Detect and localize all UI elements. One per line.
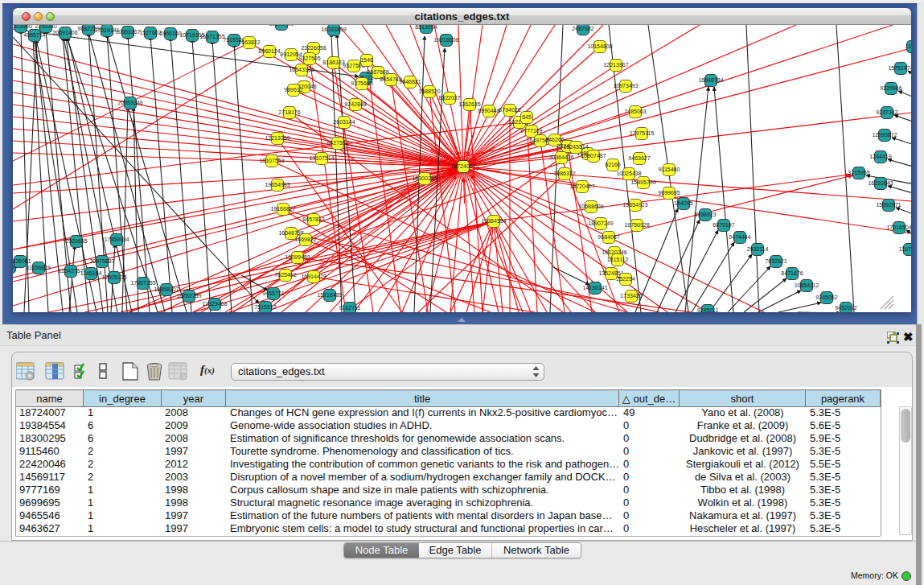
svg-text:9245052: 9245052 (815, 295, 837, 300)
svg-text:1803960: 1803960 (13, 25, 32, 29)
svg-text:16099489: 16099489 (285, 254, 310, 260)
svg-text:8427552: 8427552 (326, 140, 348, 146)
svg-text:9474444: 9474444 (729, 234, 750, 240)
svg-text:10653267: 10653267 (115, 29, 140, 35)
svg-text:2020655: 2020655 (65, 238, 87, 244)
svg-text:7515512: 7515512 (254, 304, 276, 310)
svg-text:6879197: 6879197 (713, 222, 734, 228)
svg-text:1588520: 1588520 (418, 89, 440, 94)
svg-text:18724007: 18724007 (450, 163, 475, 169)
svg-text:18907249: 18907249 (588, 220, 613, 226)
svg-text:16210643: 16210643 (868, 180, 893, 186)
svg-text:1815112: 1815112 (607, 257, 629, 262)
svg-text:9646821: 9646821 (399, 79, 421, 84)
svg-text:16671355: 16671355 (199, 34, 224, 39)
svg-text:19166827: 19166827 (270, 206, 295, 212)
svg-text:2718176: 2718176 (278, 109, 300, 115)
svg-text:19654923: 19654923 (622, 202, 647, 208)
svg-text:9115460: 9115460 (659, 167, 680, 172)
svg-text:12213967: 12213967 (603, 62, 628, 68)
svg-text:16543382: 16543382 (289, 67, 314, 72)
svg-text:10688609: 10688609 (578, 204, 603, 209)
svg-text:19218506: 19218506 (433, 37, 458, 43)
svg-text:19756928: 19756928 (624, 222, 649, 228)
svg-text:1527602: 1527602 (139, 30, 161, 35)
svg-text:17957255: 17957255 (130, 280, 155, 286)
svg-text:16782759: 16782759 (176, 293, 201, 299)
svg-text:9465771: 9465771 (262, 290, 284, 296)
svg-text:62160: 62160 (605, 162, 621, 167)
svg-text:16914479: 16914479 (301, 274, 326, 279)
svg-text:9684067: 9684067 (598, 234, 619, 240)
svg-text:16648784: 16648784 (698, 77, 723, 83)
svg-text:16245514: 16245514 (563, 144, 588, 150)
svg-text:8813054: 8813054 (415, 25, 437, 30)
svg-text:8457833: 8457833 (302, 216, 324, 222)
svg-text:10654112: 10654112 (795, 282, 819, 288)
svg-text:6966160: 6966160 (159, 31, 181, 36)
svg-text:8471676: 8471676 (781, 270, 803, 276)
svg-text:17016504: 17016504 (886, 225, 911, 230)
svg-text:16107553: 16107553 (259, 158, 284, 163)
svg-text:1362635: 1362635 (458, 101, 480, 107)
svg-text:17359934: 17359934 (104, 237, 129, 242)
svg-text:4055714: 4055714 (23, 32, 45, 38)
svg-text:10933709: 10933709 (269, 25, 294, 27)
svg-text:9227342: 9227342 (876, 109, 897, 115)
svg-text:19107514: 19107514 (309, 155, 334, 161)
svg-text:12323468: 12323468 (202, 301, 227, 307)
svg-text:15495794: 15495794 (630, 179, 655, 185)
svg-text:18720407: 18720407 (569, 183, 594, 189)
svg-text:2933114: 2933114 (747, 246, 769, 252)
svg-text:15692971: 15692971 (876, 202, 901, 208)
svg-text:2259340: 2259340 (35, 25, 56, 29)
svg-text:20364436: 20364436 (548, 154, 573, 160)
svg-text:12213369: 12213369 (265, 135, 290, 141)
svg-text:9777169: 9777169 (520, 128, 542, 134)
svg-text:8938923: 8938923 (694, 212, 716, 217)
svg-text:20053346: 20053346 (117, 100, 142, 105)
svg-text:10154808: 10154808 (587, 43, 612, 49)
svg-text:10807487: 10807487 (581, 153, 606, 159)
svg-text:845: 845 (522, 114, 532, 120)
svg-text:18300295: 18300295 (412, 175, 437, 181)
svg-text:1167534: 1167534 (899, 246, 911, 252)
svg-text:12975115: 12975115 (630, 130, 655, 136)
svg-text:9329966: 9329966 (880, 85, 901, 91)
svg-text:1145194: 1145194 (80, 270, 102, 276)
svg-text:10973493: 10973493 (613, 83, 638, 89)
svg-text:12093872: 12093872 (872, 132, 897, 138)
svg-text:7663822: 7663822 (238, 39, 260, 45)
svg-text:1469822: 1469822 (294, 237, 316, 242)
svg-text:1546: 1546 (360, 57, 373, 63)
svg-text:16033809: 16033809 (321, 27, 346, 32)
svg-text:8990448: 8990448 (478, 108, 499, 113)
svg-text:2603144: 2603144 (333, 119, 355, 125)
svg-text:9452012: 9452012 (835, 305, 856, 311)
svg-text:12505135: 12505135 (101, 274, 126, 280)
svg-text:7625402: 7625402 (274, 272, 296, 278)
svg-text:4835061: 4835061 (13, 258, 31, 264)
svg-text:9463627: 9463627 (628, 155, 650, 161)
svg-text:9375685: 9375685 (351, 80, 372, 86)
svg-text:10958107: 10958107 (154, 286, 179, 292)
svg-text:9242848: 9242848 (344, 101, 366, 107)
svg-text:8186323: 8186323 (322, 60, 344, 65)
svg-text:19654983: 19654983 (265, 182, 290, 187)
svg-text:15751074: 15751074 (888, 65, 911, 71)
svg-text:11156829: 11156829 (27, 265, 51, 270)
svg-text:9699695: 9699695 (658, 190, 680, 196)
svg-text:20691406: 20691406 (52, 30, 77, 35)
svg-text:9327505: 9327505 (298, 56, 320, 61)
svg-text:3215955: 3215955 (848, 170, 869, 175)
svg-text:7632621: 7632621 (765, 258, 786, 264)
svg-text:11123: 11123 (906, 43, 911, 49)
svg-text:164095: 164095 (674, 200, 692, 206)
svg-text:9245011: 9245011 (697, 307, 719, 312)
svg-text:10025438: 10025438 (616, 171, 641, 176)
svg-text:23226058: 23226058 (301, 45, 326, 51)
svg-text:989612: 989612 (284, 87, 302, 93)
svg-text:746266: 746266 (545, 137, 564, 142)
svg-text:1733426: 1733426 (620, 293, 642, 299)
svg-text:8960124: 8960124 (258, 48, 280, 54)
